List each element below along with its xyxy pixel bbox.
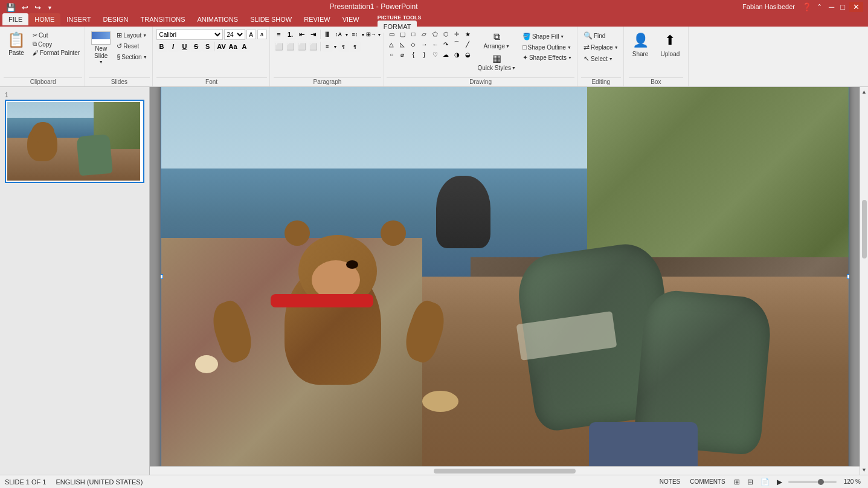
find-button[interactable]: 🔍 Find — [581, 30, 621, 41]
linespacing-dropdown[interactable]: ▼ — [333, 45, 338, 49]
cols-button[interactable]: Ⅲ — [322, 29, 333, 40]
section-button[interactable]: § Section ▼ — [114, 52, 149, 62]
shape-brace[interactable]: { — [408, 50, 418, 59]
font-size-select[interactable]: 24 — [224, 29, 245, 40]
rtl-button[interactable]: ¶ — [338, 41, 349, 52]
format-painter-button[interactable]: 🖌 Format Painter — [30, 49, 82, 57]
arrange-button[interactable]: ⧉ Arrange ▼ — [475, 30, 518, 51]
tab-home[interactable]: HOME — [28, 13, 60, 25]
layout-button[interactable]: ⊞ Layout ▼ — [114, 30, 149, 40]
increase-font-button[interactable]: A — [246, 30, 256, 39]
shape-cloud[interactable]: ☁ — [441, 50, 451, 59]
new-slide-dropdown[interactable]: ▼ — [99, 60, 103, 64]
slide-thumbnail[interactable] — [5, 100, 144, 183]
maximize-btn[interactable]: □ — [838, 2, 847, 11]
strikethrough-button[interactable]: S — [191, 41, 202, 52]
upload-button[interactable]: ⬆ Upload — [657, 31, 684, 59]
replace-button[interactable]: ⇄ Replace ▼ — [581, 42, 621, 53]
tab-design[interactable]: DESIGN — [97, 13, 134, 25]
textshadow-button[interactable]: S — [202, 41, 213, 52]
cut-button[interactable]: ✂ Cut — [30, 31, 82, 39]
shape-diamond[interactable]: ◇ — [408, 39, 418, 49]
tab-animations[interactable]: ANIMATIONS — [191, 13, 245, 25]
scrollbar-v-thumb[interactable] — [862, 200, 867, 258]
shape-connector[interactable]: ⌒ — [452, 39, 461, 49]
quick-styles-button[interactable]: ▦ Quick Styles ▼ — [475, 51, 518, 72]
new-slide-button[interactable]: New Slide ▼ — [89, 29, 113, 66]
shape-right-triangle[interactable]: ◺ — [397, 39, 407, 49]
shape-star[interactable]: ★ — [463, 29, 472, 39]
copy-button[interactable]: ⧉ Copy — [30, 40, 82, 48]
close-btn[interactable]: ✕ — [849, 2, 863, 12]
save-icon[interactable]: 💾 — [5, 2, 17, 13]
shape-brace2[interactable]: } — [419, 50, 429, 59]
font-color-button[interactable]: A — [239, 41, 250, 52]
bold-button[interactable]: B — [156, 41, 167, 52]
align-left-button[interactable]: ⬜ — [274, 41, 285, 52]
comments-button[interactable]: COMMENTS — [687, 478, 727, 486]
view-normal-btn[interactable]: ⊞ — [733, 478, 741, 486]
shape-arrow-left[interactable]: ← — [430, 39, 440, 49]
shape-heart[interactable]: ♡ — [430, 50, 440, 59]
zoom-thumb[interactable] — [818, 479, 824, 485]
handle-middle-right[interactable] — [847, 274, 849, 279]
charspacing-button[interactable]: AV — [216, 41, 227, 52]
linespacing-button[interactable]: ≡ — [322, 41, 333, 52]
shape-arrow-right[interactable]: → — [419, 39, 429, 49]
align-right-button[interactable]: ⬜ — [297, 41, 307, 52]
smartart-dropdown[interactable]: ▼ — [377, 33, 381, 37]
textdir-button[interactable]: ↕A — [333, 29, 344, 40]
paste-button[interactable]: 📋 Paste — [4, 29, 29, 59]
notes-button[interactable]: NOTES — [657, 478, 683, 486]
ribbon-collapse-icon[interactable]: ⌃ — [817, 3, 822, 11]
font-family-select[interactable]: Calibri — [156, 29, 223, 40]
shape-fill-button[interactable]: 🪣 Shape Fill ▼ — [520, 31, 574, 42]
shape-freeform[interactable]: ⌀ — [397, 50, 407, 59]
tab-slideshow[interactable]: SLIDE SHOW — [244, 13, 298, 25]
shape-triangle[interactable]: △ — [387, 39, 396, 49]
view-slidesorter-btn[interactable]: ⊟ — [746, 478, 754, 486]
decrease-font-button[interactable]: a — [257, 30, 267, 39]
canvas-area[interactable] — [150, 87, 860, 466]
shape-custom2[interactable]: ◒ — [463, 50, 472, 59]
scrollbar-h-thumb[interactable] — [434, 469, 576, 474]
increase-indent-button[interactable]: ⇥ — [308, 29, 319, 40]
zoom-slider[interactable] — [788, 481, 837, 483]
shape-custom1[interactable]: ◑ — [452, 50, 461, 59]
view-reading-btn[interactable]: 📄 — [759, 478, 771, 486]
reset-button[interactable]: ↺ Reset — [114, 41, 149, 51]
clear-formatting-button[interactable]: Aa — [228, 41, 239, 52]
shape-hexagon[interactable]: ⬡ — [441, 29, 451, 39]
tab-insert[interactable]: INSERT — [60, 13, 97, 25]
handle-middle-left[interactable] — [161, 274, 163, 279]
tab-review[interactable]: REVIEW — [298, 13, 336, 25]
shape-plus[interactable]: ✛ — [452, 29, 461, 39]
scrollbar-down-arrow[interactable]: ▼ — [860, 465, 868, 475]
tab-view[interactable]: VIEW — [336, 13, 365, 25]
bullets-button[interactable]: ≡ — [274, 29, 285, 40]
shape-curved-arrow[interactable]: ↷ — [441, 39, 451, 49]
textdir-dropdown[interactable]: ▼ — [345, 33, 349, 37]
italic-button[interactable]: I — [168, 41, 179, 52]
redo-icon[interactable]: ↪ — [33, 2, 42, 13]
vertical-scrollbar[interactable]: ▲ ▼ — [860, 87, 868, 475]
slide-canvas[interactable] — [161, 87, 849, 466]
shape-parallelogram[interactable]: ▱ — [419, 29, 429, 39]
shape-pentagon[interactable]: ⬠ — [430, 29, 440, 39]
share-button[interactable]: 👤 Share — [629, 31, 652, 59]
tab-file[interactable]: FILE — [2, 13, 28, 25]
tab-format[interactable]: FORMAT — [378, 21, 417, 33]
minimize-btn[interactable]: ─ — [827, 2, 836, 11]
justify-button[interactable]: ⬜ — [308, 41, 319, 52]
ltr-button[interactable]: ¶ — [350, 41, 361, 52]
tab-transitions[interactable]: TRANSITIONS — [135, 13, 191, 25]
select-button[interactable]: ↖ Select ▼ — [581, 53, 621, 64]
decrease-indent-button[interactable]: ⇤ — [297, 29, 307, 40]
numbering-button[interactable]: 1. — [285, 29, 296, 40]
aligntext-button[interactable]: ≡↕ — [350, 29, 361, 40]
view-slideshow-btn[interactable]: ▶ — [776, 478, 783, 486]
zoom-level[interactable]: 120 % — [841, 478, 863, 485]
qat-dropdown-icon[interactable]: ▼ — [46, 4, 54, 11]
scrollbar-up-arrow[interactable]: ▲ — [860, 87, 868, 97]
help-icon[interactable]: ❓ — [802, 2, 812, 11]
